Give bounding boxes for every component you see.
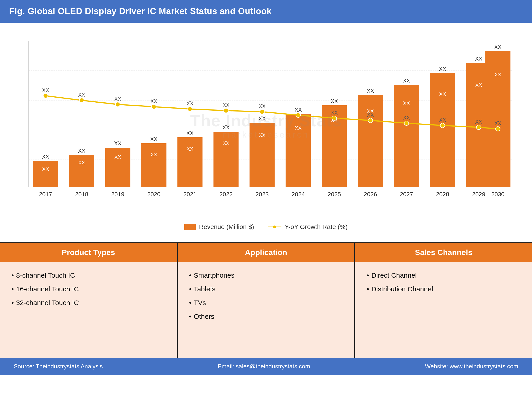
svg-text:XX: XX bbox=[494, 72, 501, 77]
svg-text:XX: XX bbox=[222, 124, 229, 130]
svg-text:2025: 2025 bbox=[328, 191, 341, 198]
svg-text:XX: XX bbox=[475, 119, 482, 125]
svg-text:XX: XX bbox=[331, 110, 338, 116]
svg-text:XX: XX bbox=[258, 116, 266, 122]
svg-text:XX: XX bbox=[114, 96, 121, 102]
legend-label-growth: Y-oY Growth Rate (%) bbox=[285, 223, 347, 231]
svg-text:XX: XX bbox=[439, 117, 446, 123]
dot-2023 bbox=[260, 109, 265, 114]
svg-text:XX: XX bbox=[42, 87, 49, 93]
list-item: Smartphones bbox=[189, 270, 343, 280]
legend-box-revenue bbox=[184, 224, 196, 230]
svg-text:2020: 2020 bbox=[147, 191, 161, 198]
footer-source: Source: Theindustrystats Analysis bbox=[14, 363, 103, 370]
bottom-section: Product Types 8-channel Touch IC 16-chan… bbox=[0, 242, 532, 358]
svg-text:XX: XX bbox=[42, 166, 49, 172]
svg-text:2023: 2023 bbox=[256, 191, 269, 198]
svg-text:XX: XX bbox=[186, 101, 193, 106]
chart-container: The Industry Stats market research XX bbox=[14, 32, 518, 219]
list-item: Others bbox=[189, 312, 343, 321]
dot-2027 bbox=[404, 121, 409, 125]
dot-2025 bbox=[332, 116, 337, 120]
dot-2029 bbox=[476, 125, 481, 130]
svg-text:XX: XX bbox=[331, 98, 338, 104]
svg-text:2027: 2027 bbox=[400, 191, 413, 198]
dot-2020 bbox=[152, 105, 156, 109]
dot-2028 bbox=[440, 123, 445, 128]
application-content: Smartphones Tablets TVs Others bbox=[178, 262, 354, 358]
dot-2019 bbox=[115, 102, 120, 107]
svg-text:XX: XX bbox=[150, 98, 157, 104]
svg-text:2018: 2018 bbox=[75, 191, 88, 198]
list-item: 8-channel Touch IC bbox=[11, 270, 165, 280]
dot-2030 bbox=[496, 127, 500, 131]
svg-text:2029: 2029 bbox=[472, 191, 485, 198]
bar-2019 bbox=[105, 148, 130, 187]
svg-text:XX: XX bbox=[42, 154, 49, 160]
bar-2028 bbox=[430, 73, 455, 187]
legend-label-revenue: Revenue (Million $) bbox=[199, 223, 254, 231]
svg-text:XX: XX bbox=[367, 112, 374, 118]
legend-revenue: Revenue (Million $) bbox=[184, 223, 254, 231]
svg-text:XX: XX bbox=[222, 102, 229, 108]
svg-text:2021: 2021 bbox=[183, 191, 197, 198]
svg-point-64 bbox=[273, 225, 276, 229]
application-list: Smartphones Tablets TVs Others bbox=[189, 270, 343, 321]
svg-text:XX: XX bbox=[151, 152, 157, 157]
svg-text:2022: 2022 bbox=[219, 191, 233, 198]
chart-area: The Industry Stats market research XX bbox=[0, 23, 532, 242]
svg-text:XX: XX bbox=[295, 125, 302, 131]
dot-2018 bbox=[79, 98, 84, 103]
footer-website: Website: www.theindustrystats.com bbox=[425, 363, 518, 370]
svg-text:2017: 2017 bbox=[39, 191, 52, 198]
dot-2017 bbox=[43, 94, 48, 98]
svg-text:XX: XX bbox=[475, 56, 482, 62]
product-types-content: 8-channel Touch IC 16-channel Touch IC 3… bbox=[0, 262, 177, 358]
sales-channels-header: Sales Channels bbox=[355, 243, 532, 262]
svg-text:2028: 2028 bbox=[436, 191, 449, 198]
svg-text:XX: XX bbox=[259, 132, 266, 138]
direct-channel-item: Direct Channel bbox=[367, 270, 521, 280]
bar-2017 bbox=[33, 161, 58, 187]
svg-text:2024: 2024 bbox=[292, 191, 305, 198]
svg-text:XX: XX bbox=[114, 154, 121, 160]
application-col: Application Smartphones Tablets TVs Othe… bbox=[178, 243, 355, 358]
sales-channels-content: Direct Channel Distribution Channel bbox=[355, 262, 532, 358]
svg-text:XX: XX bbox=[439, 66, 446, 72]
bar-2022 bbox=[214, 132, 239, 187]
product-types-header: Product Types bbox=[0, 243, 177, 262]
chart-svg: XX XX 2017 XX XX 2018 XX XX 2019 XX XX 2… bbox=[14, 32, 518, 219]
dot-2021 bbox=[188, 107, 192, 111]
svg-text:XX: XX bbox=[78, 160, 85, 165]
footer-email: Email: sales@theindustrystats.com bbox=[218, 363, 310, 370]
svg-text:XX: XX bbox=[259, 103, 266, 109]
svg-text:XX: XX bbox=[187, 146, 193, 152]
svg-text:2026: 2026 bbox=[364, 191, 377, 198]
svg-text:XX: XX bbox=[403, 77, 410, 84]
svg-text:2019: 2019 bbox=[111, 191, 124, 198]
svg-text:XX: XX bbox=[114, 140, 121, 146]
list-item: 32-channel Touch IC bbox=[11, 298, 165, 308]
application-header: Application bbox=[178, 243, 354, 262]
chart-title: Fig. Global OLED Display Driver IC Marke… bbox=[9, 6, 272, 16]
svg-text:XX: XX bbox=[403, 100, 410, 106]
sales-channels-col: Sales Channels Direct Channel Distributi… bbox=[355, 243, 532, 358]
chart-legend: Revenue (Million $) Y-oY Growth Rate (%) bbox=[14, 219, 518, 237]
svg-text:XX: XX bbox=[78, 148, 85, 154]
bar-2020 bbox=[141, 143, 167, 187]
svg-text:XX: XX bbox=[295, 107, 302, 113]
footer: Source: Theindustrystats Analysis Email:… bbox=[0, 358, 532, 375]
product-types-list: 8-channel Touch IC 16-channel Touch IC 3… bbox=[11, 270, 165, 308]
svg-text:XX: XX bbox=[439, 91, 446, 97]
svg-text:XX: XX bbox=[494, 44, 501, 50]
page-wrapper: Fig. Global OLED Display Driver IC Marke… bbox=[0, 0, 532, 415]
svg-text:XX: XX bbox=[150, 136, 157, 142]
legend-line-svg bbox=[268, 224, 281, 230]
svg-text:XX: XX bbox=[494, 120, 501, 126]
product-types-col: Product Types 8-channel Touch IC 16-chan… bbox=[0, 243, 178, 358]
svg-text:XX: XX bbox=[403, 115, 410, 121]
svg-text:XX: XX bbox=[367, 88, 374, 94]
svg-text:2030: 2030 bbox=[491, 191, 504, 198]
list-item: Tablets bbox=[189, 284, 343, 294]
legend-growth: Y-oY Growth Rate (%) bbox=[268, 223, 347, 231]
